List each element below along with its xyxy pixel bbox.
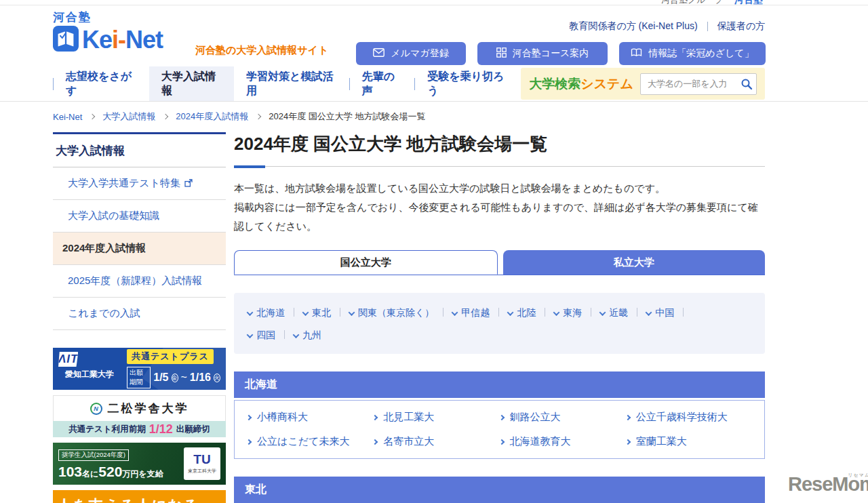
region-link-kinki[interactable]: 近畿 <box>600 307 628 318</box>
logo-keinet-text: Kei-Net <box>82 28 163 52</box>
chevron-down-icon <box>553 310 560 317</box>
chevron-down-icon <box>646 310 652 317</box>
chevron-down-icon <box>247 331 254 338</box>
region-link-shikoku[interactable]: 四国 <box>248 329 275 340</box>
book-icon <box>631 48 642 59</box>
book-logo-icon <box>53 26 79 54</box>
course-guide-button[interactable]: 河合塾コース案内 <box>477 42 608 65</box>
chevron-down-icon <box>293 331 300 338</box>
nishogakusha-logo-icon: N <box>90 403 102 415</box>
main-content: 2024年度 国公立大学 地方試験会場一覧 本一覧は、地方試験会場を設置している… <box>234 132 765 503</box>
mailmag-button[interactable]: メルマガ登録 <box>356 42 466 65</box>
ait-logo: ΛIT <box>58 352 78 367</box>
ait-badge: 共通テストプラス <box>127 349 214 364</box>
divider <box>545 308 545 317</box>
section-hokkaido-universities: 小樽商科大 北見工業大 釧路公立大 公立千歳科学技術大 公立はこだて未来大 名寄… <box>234 400 765 459</box>
sidebar-item-past-exams[interactable]: これまでの入試 <box>53 298 226 330</box>
top-utility-bar: 河合塾グループ河合塾 <box>0 0 868 5</box>
nav-item-survive[interactable]: 受験を乗り切ろう <box>415 66 521 101</box>
tab-private[interactable]: 私立大学 <box>503 250 766 275</box>
university-link[interactable]: 公立千歳科学技術大 <box>626 411 752 424</box>
divider <box>340 308 340 317</box>
university-link[interactable]: 名寄市立大 <box>373 435 499 448</box>
chevron-right-icon <box>625 439 631 444</box>
university-type-tabs: 国公立大学 私立大学 <box>234 250 765 275</box>
ad-banner-ait[interactable]: ΛIT 愛知工業大学 共通テストプラス 出願期間 1/5 金 ~ 1/16 火 <box>53 348 226 390</box>
breadcrumb-home[interactable]: Kei-Net <box>53 112 82 122</box>
section-hokkaido: 北海道 小樽商科大 北見工業大 釧路公立大 公立千歳科学技術大 公立はこだて未来… <box>234 371 765 459</box>
nav-item-exam-info[interactable]: 大学入試情報 <box>149 66 234 101</box>
chevron-down-icon <box>302 310 309 317</box>
magazine-button[interactable]: 情報誌「栄冠めざして」 <box>619 42 766 65</box>
nav-item-find-school[interactable]: 志望校をさがす <box>54 66 149 101</box>
divider <box>498 308 499 317</box>
sidebar-item-kyotsu-tokushu[interactable]: 大学入学共通テスト特集 <box>53 167 226 200</box>
chevron-right-icon <box>372 414 378 420</box>
title-underline <box>234 165 765 168</box>
nav-item-seniors[interactable]: 先輩の声 <box>350 66 415 101</box>
site-header: 河合塾 Kei-Net 河合塾の大学入試情報サイト 教育関係者の方 (Kei-N… <box>0 5 868 66</box>
chevron-down-icon <box>507 310 514 317</box>
resemom-watermark: リセマム ReseMom. <box>788 475 868 494</box>
nisho-deadline-label: 出願締切 <box>176 424 210 435</box>
site-tagline: 河合塾の大学入試情報サイト <box>195 44 328 57</box>
divider <box>294 308 294 317</box>
region-link-tokai[interactable]: 東海 <box>554 307 582 318</box>
ad-banner-nishogakusha[interactable]: N 二松学舎大学 共通テスト利用前期 1/12 出願締切 <box>53 395 226 437</box>
sidebar-item-kiso-chishiki[interactable]: 大学入試の基礎知識 <box>53 200 226 233</box>
educators-link[interactable]: 教育関係者の方 (Kei-Net Plus) <box>569 20 697 33</box>
university-search-input[interactable] <box>640 73 757 95</box>
mail-icon <box>373 48 384 59</box>
chevron-right-icon <box>90 114 95 119</box>
circled-tuesday: 火 <box>214 374 220 382</box>
circled-friday: 金 <box>172 374 178 382</box>
region-link-hokkaido[interactable]: 北海道 <box>248 307 285 318</box>
divider <box>591 308 591 317</box>
university-link[interactable]: 北見工業大 <box>373 411 499 424</box>
university-search-box: 大学検索システム <box>521 68 765 100</box>
search-button[interactable] <box>741 78 753 90</box>
chevron-down-icon <box>452 310 458 317</box>
region-link-chugoku[interactable]: 中国 <box>646 307 674 318</box>
logo-kawaijuku-text: 河合塾 <box>53 9 163 25</box>
external-link-icon <box>184 178 193 189</box>
header-buttons: メルマガ登録 河合塾コース案内 情報誌「栄冠めざして」 <box>356 42 766 65</box>
sidebar-title: 大学入試情報 <box>53 134 226 167</box>
region-link-tohoku[interactable]: 東北 <box>303 307 331 318</box>
magazine-button-label: 情報誌「栄冠めざして」 <box>648 47 753 60</box>
sidebar-item-2024-info[interactable]: 2024年度入試情報 <box>53 233 226 265</box>
region-link-kanto[interactable]: 関東（東京除く） <box>349 307 434 318</box>
chevron-right-icon <box>246 414 252 420</box>
sidebar-item-2025-info[interactable]: 2025年度（新課程）入試情報 <box>53 265 226 298</box>
university-link[interactable]: 公立はこだて未来大 <box>247 435 373 448</box>
section-tohoku-header: 東北 <box>234 477 765 503</box>
section-tohoku: 東北 <box>234 477 765 503</box>
ad-banner-tokyo-kogei[interactable]: 奨学生入試(2024年度) 103名に520万円を支給 TU 東京工科大学 <box>53 443 226 485</box>
grid-icon <box>496 47 507 60</box>
mailmag-button-label: メルマガ登録 <box>391 47 448 60</box>
divider <box>414 78 415 90</box>
kei-net-logo[interactable]: 河合塾 Kei-Net <box>53 9 163 54</box>
region-link-hokuriku[interactable]: 北陸 <box>508 307 536 318</box>
tab-national-public[interactable]: 国公立大学 <box>234 250 498 275</box>
resemom-ruby: リセマム <box>848 472 868 479</box>
divider <box>683 308 684 317</box>
ad-banner-ningen-kagakubu[interactable]: 人を支える人になる。 人間科学部 <box>53 490 226 503</box>
region-link-koshinetsu[interactable]: 甲信越 <box>452 307 490 318</box>
divider <box>349 78 350 90</box>
ad-banners: ΛIT 愛知工業大学 共通テストプラス 出願期間 1/5 金 ~ 1/16 火 <box>53 348 226 503</box>
sidebar: 大学入試情報 大学入学共通テスト特集 大学入試の基礎知識 2024年度入試情報 … <box>53 132 226 503</box>
parents-link[interactable]: 保護者の方 <box>717 20 765 33</box>
chevron-right-icon <box>625 414 631 420</box>
chevron-down-icon <box>349 310 355 317</box>
region-link-kyushu[interactable]: 九州 <box>294 329 321 340</box>
tut-scholarship-line: 103名に520万円を支給 <box>58 464 178 480</box>
university-link[interactable]: 小樽商科大 <box>247 411 373 424</box>
university-link[interactable]: 北海道教育大 <box>500 435 626 448</box>
university-link[interactable]: 室蘭工業大 <box>626 435 752 448</box>
nav-item-study[interactable]: 学習対策と模試活用 <box>234 66 349 101</box>
breadcrumb-exam-info[interactable]: 大学入試情報 <box>102 110 155 123</box>
university-link[interactable]: 釧路公立大 <box>500 411 626 424</box>
chevron-down-icon <box>247 310 254 317</box>
breadcrumb-2024-info[interactable]: 2024年度入試情報 <box>176 110 248 123</box>
